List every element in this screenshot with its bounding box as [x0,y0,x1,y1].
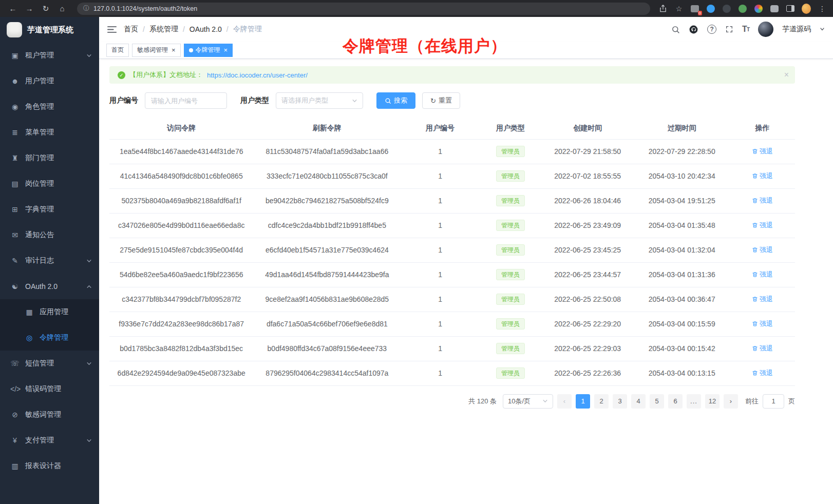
user-id-label: 用户编号 [109,96,138,105]
action-cell: 强退 [730,336,795,361]
search-button[interactable]: 搜索 [376,92,415,109]
sidebar-item-pay[interactable]: ¥支付管理 [0,428,99,453]
force-logout-button[interactable]: 强退 [752,295,773,304]
expire-time-cell: 2054-03-04 01:31:36 [634,262,730,287]
url-text: 127.0.0.1:1024/system/oauth2/token [93,5,197,12]
page-ellipsis[interactable]: ... [687,394,701,409]
force-logout-button[interactable]: 强退 [752,147,773,156]
sidebar-item-tenant[interactable]: ▣租户管理 [0,43,99,68]
search-icon[interactable] [671,25,680,34]
hamburger-icon[interactable] [107,26,117,33]
browser-profile-avatar[interactable] [802,4,811,13]
sidebar-item-oauth2-token[interactable]: ◎令牌管理 [0,325,99,351]
sidebar-panel-icon[interactable] [786,4,795,13]
force-logout-button[interactable]: 强退 [752,171,773,181]
breadcrumb-item-2[interactable]: OAuth 2.0 [190,25,222,33]
sidebar-item-dict[interactable]: ⊞字典管理 [0,197,99,222]
user-type-badge: 管理员 [496,294,525,305]
bookmark-star-icon[interactable]: ☆ [674,4,684,13]
force-logout-button[interactable]: 强退 [752,319,773,328]
page-button-1[interactable]: 1 [576,394,590,409]
page-button-6[interactable]: 6 [668,394,683,409]
access-token-cell: 41c41346a548490f9dc8b01c6bfe0865 [109,164,253,188]
help-icon[interactable]: ? [707,25,716,34]
sidebar-item-sms[interactable]: ☏短信管理 [0,351,99,376]
alert-close-icon[interactable]: × [784,71,789,79]
page-size-select[interactable]: 10条/页 [503,394,553,409]
user-type-select[interactable]: 请选择用户类型 [276,92,363,109]
sidebar-item-role[interactable]: ◉角色管理 [0,94,99,120]
sidebar-item-oauth2[interactable]: ☯OAuth 2.0 [0,274,99,299]
reload-icon[interactable]: ↻ [39,2,52,15]
force-logout-button[interactable]: 强退 [752,344,773,353]
reset-button[interactable]: ↻ 重置 [422,92,460,109]
font-size-icon[interactable]: TT [742,25,749,34]
page-button-2[interactable]: 2 [594,394,609,409]
page-button-5[interactable]: 5 [650,394,664,409]
page-button-12[interactable]: 12 [705,394,720,409]
sidebar-item-oauth2-app[interactable]: ▦应用管理 [0,299,99,325]
puzzle-extensions-icon[interactable] [770,4,779,13]
sidebar-item-dept[interactable]: ♜部门管理 [0,145,99,171]
user-avatar[interactable] [758,22,773,37]
force-logout-button[interactable]: 强退 [752,245,773,255]
force-logout-button[interactable]: 强退 [752,196,773,205]
user-id-input[interactable] [145,92,227,109]
sidebar-item-errcode[interactable]: </>错误码管理 [0,376,99,402]
chevron-up-icon [86,284,92,289]
user-id-cell: 1 [401,336,480,361]
home-icon[interactable]: ⌂ [55,2,69,15]
user-type-badge: 管理员 [496,146,525,157]
colorful-extension-icon[interactable] [754,4,763,13]
app-logo[interactable]: 芋道管理系统 [0,17,99,43]
user-icon: ☻ [10,77,20,85]
forward-icon[interactable]: → [23,2,36,15]
table-row: 6d842e2924594de9a09e45e087323abe8796295f… [109,361,795,385]
filter-form: 用户编号 用户类型 请选择用户类型 搜索 ↻ [109,92,795,109]
tab-0[interactable]: 首页 [106,44,129,57]
tab-2[interactable]: 令牌管理× [184,44,233,57]
breadcrumb-item-1[interactable]: 系统管理 [149,25,178,34]
sidebar-item-auditlog[interactable]: ✎审计日志 [0,248,99,274]
browser-menu-icon[interactable]: ⋮ [818,4,827,13]
sidebar-item-post[interactable]: ▤岗位管理 [0,171,99,197]
page-button-3[interactable]: 3 [613,394,627,409]
sidebar-item-report[interactable]: ▥报表设计器 [0,453,99,479]
tab-1[interactable]: 敏感词管理× [132,44,181,57]
prev-page-button[interactable]: ‹ [557,394,572,409]
back-icon[interactable]: ← [6,2,20,15]
extension-badged-icon[interactable]: 0 [690,4,699,13]
breadcrumb-separator: / [226,25,229,33]
force-logout-button[interactable]: 强退 [752,270,773,279]
next-page-button[interactable]: › [724,394,738,409]
green-extension-icon[interactable] [738,4,747,13]
blue-extension-icon[interactable] [706,4,715,13]
tab-close-icon[interactable]: × [172,47,176,53]
dark-extension-icon[interactable] [722,4,731,13]
breadcrumb-item-0[interactable]: 首页 [124,25,138,34]
force-logout-button[interactable]: 强退 [752,221,773,230]
browser-actions: ☆ 0 ⋮ [658,4,827,13]
site-info-icon[interactable]: ⓘ [83,4,89,13]
sidebar-item-menu[interactable]: ≣菜单管理 [0,120,99,145]
sidebar-item-user[interactable]: ☻用户管理 [0,68,99,94]
share-icon[interactable] [658,4,668,13]
github-icon[interactable] [689,25,698,34]
table-row: f9336e7c7dd242a283ee98dc86b17a87dfa6c71a… [109,312,795,336]
sidebar-item-sensitive[interactable]: ⊘敏感词管理 [0,402,99,428]
tab-close-icon[interactable]: × [224,47,228,53]
username[interactable]: 芋道源码 [782,25,811,34]
application-icon: ▦ [25,308,34,316]
header-tools: ? TT 芋道源码 [671,22,825,37]
caret-down-icon[interactable] [820,27,825,32]
page-button-4[interactable]: 4 [631,394,646,409]
action-cell: 强退 [730,213,795,238]
goto-page-input[interactable] [763,394,784,409]
doc-link[interactable]: https://doc.iocoder.cn/user-center/ [207,71,308,79]
sidebar-item-notice[interactable]: ✉通知公告 [0,222,99,248]
fullscreen-icon[interactable] [725,25,733,33]
error-code-icon: </> [10,385,20,393]
address-bar[interactable]: ⓘ 127.0.0.1:1024/system/oauth2/token [77,3,650,15]
table-row: c347026e805e4d99b0d116eae66eda8ccdfc4ce9… [109,213,795,238]
force-logout-button[interactable]: 强退 [752,369,773,378]
